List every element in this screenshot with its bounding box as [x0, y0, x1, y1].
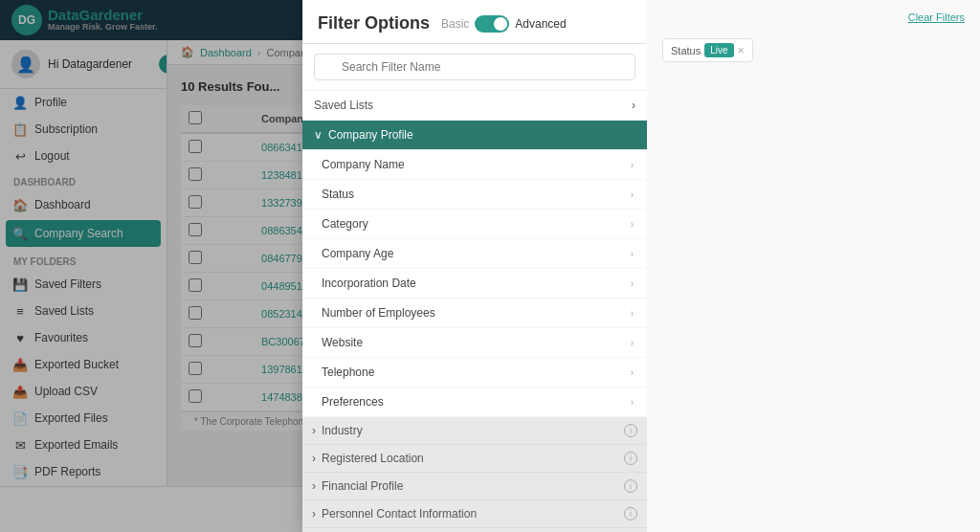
chevron-right-icon: › [312, 507, 316, 521]
info-icon: i [624, 452, 637, 465]
info-icon: i [624, 479, 637, 493]
filter-item-category[interactable]: Category › [302, 210, 647, 239]
chevron-right-icon: › [631, 367, 634, 378]
filter-search-input[interactable] [314, 54, 635, 80]
active-filters-panel: Clear Filters Status Live × [647, 40, 980, 532]
info-icon: i [624, 507, 637, 521]
filter-group-personnel-contact[interactable]: › Personnel Contact Information i [302, 500, 647, 528]
chevron-right-icon: › [312, 424, 316, 437]
chevron-right-icon: › [631, 249, 634, 259]
filter-search-area: 🔍 [302, 44, 647, 91]
chevron-right-icon: › [312, 479, 316, 493]
filter-group-industry[interactable]: › Industry i [302, 417, 647, 445]
chevron-right-icon: › [631, 160, 634, 170]
chevron-right-icon: › [631, 189, 634, 200]
filter-item-employees[interactable]: Number of Employees › [302, 299, 647, 328]
status-badge-label: Status [671, 45, 701, 56]
filter-item-status[interactable]: Status › [302, 180, 647, 210]
chevron-down-icon: ∨ [314, 128, 323, 142]
filter-item-company-name[interactable]: Company Name › [302, 150, 647, 180]
filter-section-saved-lists[interactable]: Saved Lists › [302, 91, 647, 121]
filter-list: Saved Lists › ∨ Company Profile Company … [302, 91, 647, 532]
info-icon: i [624, 424, 637, 437]
filter-section-company-profile[interactable]: ∨ Company Profile [302, 121, 647, 150]
main-content: 🏠 Dashboard › Company Search 10 Results … [167, 40, 980, 532]
chevron-right-icon: › [632, 99, 635, 112]
filter-item-preferences[interactable]: Preferences › [302, 388, 647, 417]
filter-panel-overlay: Filter Options Basic Advanced 🔍 [167, 40, 980, 532]
status-badge-close-icon[interactable]: × [738, 44, 745, 57]
filter-item-telephone[interactable]: Telephone › [302, 358, 647, 388]
filter-group-financial-profile[interactable]: › Financial Profile i [302, 473, 647, 500]
chevron-right-icon: › [631, 308, 634, 319]
filter-group-company-contact[interactable]: › Company Contact Information i [302, 528, 647, 532]
chevron-right-icon: › [631, 338, 634, 348]
chevron-right-icon: › [631, 219, 634, 230]
filter-sidebar: Filter Options Basic Advanced 🔍 [302, 40, 647, 532]
live-status-badge: Live [704, 43, 733, 57]
chevron-right-icon: › [312, 452, 316, 465]
status-filter-badge: Status Live × [662, 40, 753, 62]
filter-item-company-age[interactable]: Company Age › [302, 239, 647, 269]
filter-item-incorporation-date[interactable]: Incorporation Date › [302, 269, 647, 299]
chevron-right-icon: › [631, 278, 634, 289]
main-layout: 👤 Hi Datagardener ‹ 👤 Profile 📋 Subscrip… [0, 40, 980, 532]
filter-item-website[interactable]: Website › [302, 328, 647, 358]
filter-group-registered-location[interactable]: › Registered Location i [302, 445, 647, 473]
filter-overlay-background[interactable] [167, 40, 302, 532]
chevron-right-icon: › [631, 397, 634, 408]
